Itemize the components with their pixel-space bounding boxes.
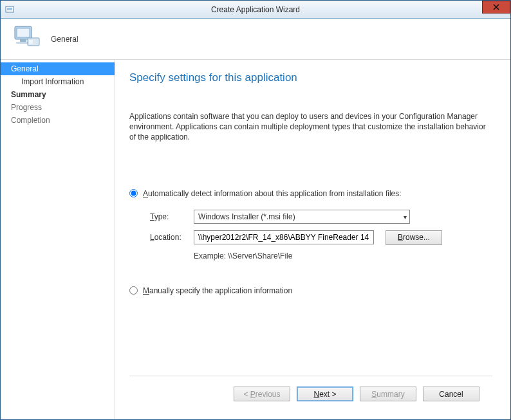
svg-rect-6 (17, 28, 30, 37)
sidebar-item-completion[interactable]: Completion (1, 114, 115, 127)
close-button[interactable] (482, 1, 510, 14)
svg-rect-10 (29, 40, 33, 44)
sidebar-item-import-information[interactable]: Import Information (1, 75, 115, 88)
sidebar-item-general[interactable]: General (1, 62, 115, 75)
type-label: Type: (150, 212, 194, 221)
sidebar-item-label: General (11, 64, 39, 73)
sidebar-item-label: Summary (11, 90, 46, 99)
titlebar: Create Application Wizard (1, 1, 510, 19)
sidebar-item-label: Completion (11, 116, 50, 125)
option-auto-detect[interactable]: Automatically detect information about t… (129, 189, 492, 198)
header-subtitle: General (51, 35, 79, 44)
sidebar-item-summary[interactable]: Summary (1, 88, 115, 101)
type-value: Windows Installer (*.msi file) (198, 212, 295, 221)
header: General (1, 19, 510, 60)
radio-manual-label: Manually specify the application informa… (143, 286, 292, 295)
summary-button[interactable]: Summary (360, 387, 416, 401)
content: Specify settings for this application Ap… (115, 60, 510, 419)
sidebar-item-label: Progress (11, 103, 42, 112)
body: General Import Information Summary Progr… (1, 60, 510, 419)
browse-button[interactable]: Browse... (386, 230, 442, 245)
svg-rect-7 (20, 39, 26, 42)
sidebar-item-label: Import Information (21, 77, 84, 86)
window-title: Create Application Wizard (1, 5, 510, 14)
app-icon (5, 5, 15, 15)
sidebar-item-progress[interactable]: Progress (1, 101, 115, 114)
chevron-down-icon: ▾ (404, 213, 407, 220)
sidebar: General Import Information Summary Progr… (1, 60, 115, 419)
location-example: Example: \\Server\Share\File (194, 251, 492, 260)
cancel-button[interactable]: Cancel (423, 387, 479, 401)
type-row: Type: Windows Installer (*.msi file) ▾ (150, 210, 492, 224)
radio-manual[interactable] (129, 286, 138, 295)
radio-auto-label: Automatically detect information about t… (143, 189, 402, 198)
svg-rect-1 (7, 8, 12, 9)
footer: < Previous Next > Summary Cancel (129, 376, 492, 412)
next-button[interactable]: Next > (297, 387, 353, 401)
wizard-window: Create Application Wizard General (0, 0, 511, 420)
radio-auto-detect[interactable] (129, 189, 138, 197)
location-input[interactable] (194, 230, 374, 244)
page-title: Specify settings for this application (129, 71, 492, 84)
svg-rect-2 (7, 9, 12, 10)
location-row: Location: Browse... (150, 230, 492, 245)
type-select[interactable]: Windows Installer (*.msi file) ▾ (194, 210, 410, 224)
intro-text: Applications contain software that you c… (129, 111, 492, 143)
computer-icon (12, 25, 41, 53)
previous-button[interactable]: < Previous (234, 387, 290, 401)
option-manual[interactable]: Manually specify the application informa… (129, 286, 492, 295)
location-label: Location: (150, 233, 194, 242)
